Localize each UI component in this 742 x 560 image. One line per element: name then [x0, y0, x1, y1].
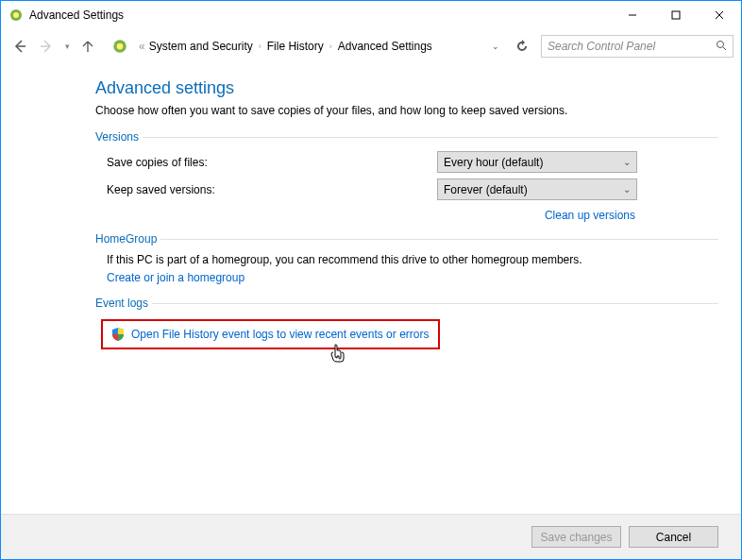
group-homegroup: HomeGroup If this PC is part of a homegr… — [95, 232, 718, 285]
chevron-right-icon: › — [329, 42, 332, 51]
svg-rect-3 — [672, 11, 680, 19]
group-title-eventlogs: Event logs — [95, 297, 152, 310]
breadcrumb-item-2[interactable]: File History — [267, 40, 324, 53]
footer: Save changes Cancel — [1, 514, 741, 559]
keep-versions-label: Keep saved versions: — [107, 183, 437, 196]
group-versions: Versions Save copies of files: Every hou… — [95, 130, 718, 223]
svg-line-11 — [723, 47, 726, 50]
chevron-down-icon: ⌄ — [623, 157, 631, 167]
divider — [152, 303, 718, 304]
svg-point-10 — [717, 42, 724, 48]
chevron-down-icon: ⌄ — [623, 184, 631, 195]
up-button[interactable] — [76, 35, 99, 58]
breadcrumb-item-1[interactable]: System and Security — [149, 40, 253, 53]
search-placeholder: Search Control Panel — [548, 40, 716, 53]
svg-point-1 — [13, 12, 19, 18]
maximize-button[interactable] — [654, 1, 698, 29]
content-area: Advanced settings Choose how often you w… — [95, 78, 718, 359]
close-button[interactable] — [698, 1, 741, 29]
homegroup-link[interactable]: Create or join a homegroup — [107, 271, 245, 284]
select-value: Every hour (default) — [444, 156, 543, 169]
refresh-button[interactable] — [511, 35, 533, 58]
select-value: Forever (default) — [444, 183, 528, 196]
chevron-right-icon: › — [259, 42, 261, 51]
back-button[interactable] — [8, 35, 31, 58]
cancel-button[interactable]: Cancel — [629, 526, 718, 548]
breadcrumb-dropdown-icon[interactable]: ⌄ — [492, 42, 499, 51]
recent-dropdown-icon[interactable]: ▾ — [61, 42, 73, 51]
save-copies-select[interactable]: Every hour (default) ⌄ — [437, 151, 637, 173]
breadcrumb-item-3[interactable]: Advanced Settings — [338, 40, 432, 53]
breadcrumb-overflow[interactable]: « — [139, 40, 145, 53]
group-title-homegroup: HomeGroup — [95, 232, 160, 246]
eventlogs-highlight-box: Open File History event logs to view rec… — [101, 319, 440, 349]
group-title-versions: Versions — [95, 130, 143, 144]
save-changes-button[interactable]: Save changes — [531, 526, 621, 548]
svg-point-9 — [117, 43, 124, 50]
eventlogs-link[interactable]: Open File History event logs to view rec… — [131, 328, 429, 341]
group-eventlogs: Event logs Open File History event logs … — [95, 297, 718, 349]
forward-button[interactable] — [35, 35, 58, 58]
shield-icon — [110, 327, 126, 342]
window-title: Advanced Settings — [29, 8, 611, 22]
page-heading: Advanced settings — [95, 78, 718, 98]
cleanup-versions-link[interactable]: Clean up versions — [545, 209, 635, 222]
breadcrumb[interactable]: « System and Security › File History › A… — [139, 40, 507, 53]
keep-versions-select[interactable]: Forever (default) ⌄ — [437, 178, 637, 200]
titlebar: Advanced Settings — [1, 1, 741, 29]
save-copies-label: Save copies of files: — [107, 156, 437, 169]
page-subtitle: Choose how often you want to save copies… — [95, 104, 718, 117]
homegroup-info: If this PC is part of a homegroup, you c… — [95, 253, 718, 266]
search-icon — [716, 40, 727, 53]
address-bar-icon[interactable] — [110, 37, 129, 56]
divider — [143, 137, 718, 138]
divider — [160, 239, 718, 240]
search-input[interactable]: Search Control Panel — [541, 35, 734, 58]
navigation-bar: ▾ « System and Security › File History ›… — [1, 29, 741, 63]
minimize-button[interactable] — [611, 1, 654, 29]
control-panel-icon — [8, 8, 24, 23]
